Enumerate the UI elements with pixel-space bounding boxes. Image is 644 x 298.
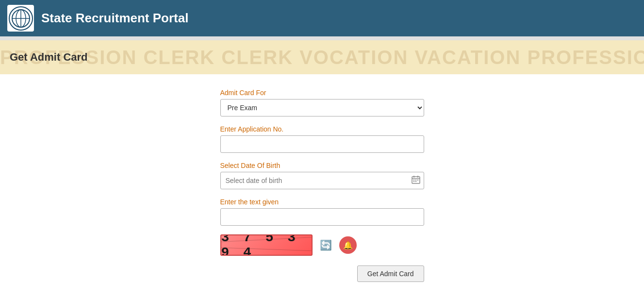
captcha-input[interactable] <box>220 208 424 226</box>
application-no-group: Enter Application No. <box>220 125 424 153</box>
admit-card-for-label: Admit Card For <box>220 89 424 97</box>
application-no-input[interactable] <box>220 135 424 153</box>
admit-card-for-select[interactable]: Pre Exam <box>220 99 424 116</box>
captcha-image: 3 7 5 3 9 4 <box>220 234 313 256</box>
header: State Recruitment Portal <box>0 0 644 36</box>
admit-card-form: Admit Card For Pre Exam Enter Applicatio… <box>215 89 429 282</box>
captcha-row: 3 7 5 3 9 4 🔄 🔔 <box>220 234 424 256</box>
header-separator <box>0 36 644 40</box>
calendar-icon[interactable] <box>412 175 420 186</box>
refresh-icon: 🔄 <box>320 240 332 250</box>
main-content: Admit Card For Pre Exam Enter Applicatio… <box>0 74 644 298</box>
logo <box>7 5 34 32</box>
date-of-birth-group: Select Date Of Birth <box>220 162 424 189</box>
audio-icon: 🔔 <box>343 241 353 250</box>
logo-icon <box>11 9 31 28</box>
logo-inner <box>9 6 33 31</box>
date-of-birth-label: Select Date Of Birth <box>220 162 424 169</box>
submit-button[interactable]: Get Admit Card <box>357 265 424 282</box>
submit-row: Get Admit Card <box>220 265 424 282</box>
audio-captcha-button[interactable]: 🔔 <box>339 236 357 254</box>
application-no-label: Enter Application No. <box>220 125 424 133</box>
svg-rect-12 <box>415 181 416 182</box>
captcha-text-group: Enter the text given <box>220 198 424 226</box>
captcha-label: Enter the text given <box>220 198 424 206</box>
svg-rect-8 <box>413 180 414 181</box>
refresh-captcha-button[interactable]: 🔄 <box>317 237 334 253</box>
captcha-text: 3 7 5 3 9 4 <box>221 234 312 256</box>
date-of-birth-input[interactable] <box>220 172 424 189</box>
admit-card-for-group: Admit Card For Pre Exam <box>220 89 424 116</box>
page-banner: PROFESSION CLERK CLERK VOCATION VACATION… <box>0 40 644 74</box>
page-title: Get Admit Card <box>10 51 88 64</box>
banner-background-text: PROFESSION CLERK CLERK VOCATION VACATION… <box>0 40 644 74</box>
svg-rect-9 <box>415 180 416 181</box>
site-title: State Recruitment Portal <box>41 11 188 26</box>
svg-rect-11 <box>413 181 414 182</box>
svg-rect-10 <box>417 180 418 181</box>
date-input-wrapper <box>220 172 424 189</box>
